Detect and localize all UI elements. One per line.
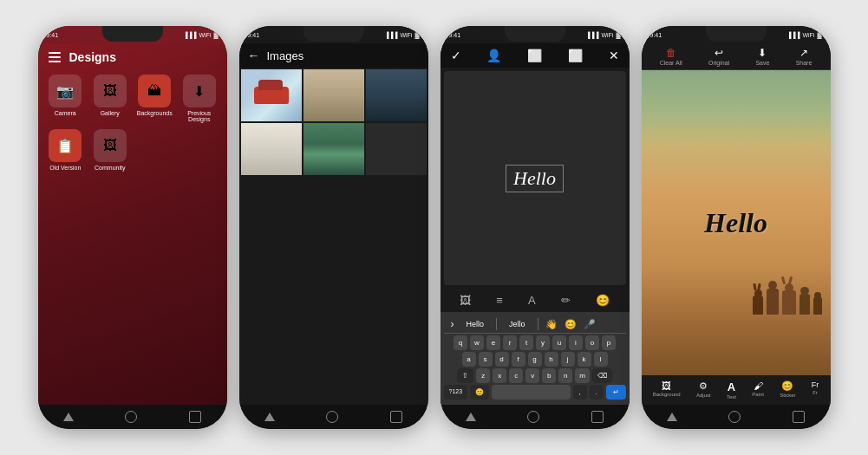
home-nav[interactable]	[125, 411, 137, 423]
key-y[interactable]: y	[536, 335, 550, 350]
recents-nav-3[interactable]	[591, 411, 604, 423]
key-e[interactable]: e	[486, 335, 500, 350]
image-boat[interactable]	[366, 69, 427, 121]
back-arrow-icon[interactable]: ←	[248, 49, 260, 62]
key-s[interactable]: s	[479, 352, 493, 367]
check-icon[interactable]: ✓	[451, 49, 461, 62]
fr-tool[interactable]: Fr Fr	[812, 380, 819, 400]
nav-bar-3	[441, 405, 630, 429]
paint-tool[interactable]: 🖌 Paint	[752, 380, 764, 400]
key-o[interactable]: o	[585, 335, 599, 350]
key-g[interactable]: g	[528, 352, 542, 367]
clear-all-item[interactable]: 🗑 Clear All	[660, 47, 682, 66]
suggestion-mic[interactable]: 🎤	[584, 319, 596, 330]
paint-tool-icon-4: 🖌	[754, 380, 763, 391]
key-space[interactable]	[492, 385, 570, 400]
key-comma[interactable]: ,	[573, 385, 587, 400]
image-chair[interactable]	[241, 123, 302, 175]
paint-tool-label: Paint	[752, 392, 764, 397]
image-forest[interactable]	[303, 69, 364, 121]
original-item[interactable]: ↩ Original	[708, 47, 729, 66]
wifi-icon-3: WiFi	[601, 32, 613, 38]
image-dark[interactable]	[366, 123, 427, 175]
key-p[interactable]: p	[602, 335, 616, 350]
key-i[interactable]: i	[569, 335, 583, 350]
recents-nav-4[interactable]	[793, 411, 805, 423]
nav-bar-4	[642, 405, 831, 429]
status-icons-1: ▐▐▐ WiFi ▓	[184, 32, 219, 38]
key-m[interactable]: m	[575, 368, 590, 383]
copy-icon[interactable]: ⬜	[527, 49, 542, 62]
key-h[interactable]: h	[545, 352, 558, 367]
suggestion-wave[interactable]: 👋	[545, 319, 558, 330]
person-icon[interactable]: 👤	[486, 49, 501, 62]
paste-icon[interactable]: ⬜	[568, 49, 583, 62]
share-item[interactable]: ↗ Share	[796, 47, 813, 66]
emoji-tool-icon[interactable]: 😊	[596, 294, 610, 307]
key-d[interactable]: d	[495, 352, 509, 367]
camera-icon-box: 📷	[49, 75, 82, 107]
key-n[interactable]: n	[558, 368, 572, 383]
image-car[interactable]	[241, 69, 302, 121]
key-x[interactable]: x	[493, 368, 506, 383]
trash-icon: 🗑	[666, 47, 676, 59]
key-enter[interactable]: ↵	[606, 385, 626, 400]
suggestion-jello[interactable]: Jello	[504, 320, 531, 328]
font-tool-icon[interactable]: A	[528, 294, 536, 307]
back-nav-2[interactable]	[264, 413, 275, 421]
key-u[interactable]: u	[552, 335, 566, 350]
menu-icon[interactable]	[49, 52, 61, 62]
previous-designs-item[interactable]: ⬇ Previous Designs	[179, 75, 220, 122]
key-f[interactable]: f	[512, 352, 525, 367]
key-c[interactable]: c	[509, 368, 523, 383]
suggestion-hello[interactable]: Hello	[461, 320, 490, 328]
key-z[interactable]: z	[476, 368, 490, 383]
back-nav-3[interactable]	[466, 413, 476, 421]
key-a[interactable]: a	[462, 352, 476, 367]
sticker-tool[interactable]: 😊 Sticker	[780, 380, 795, 400]
phone-3: 9:41 ▐▐▐ WiFi ▓ ✓ 👤 ⬜ ⬜ ✕ Hello 🖼 ≡	[441, 26, 630, 429]
image-tool-icon[interactable]: 🖼	[460, 294, 471, 307]
key-backspace[interactable]: ⌫	[592, 368, 612, 383]
back-nav[interactable]	[63, 413, 74, 421]
paint-tool-icon[interactable]: ✏	[561, 294, 571, 307]
home-nav-2[interactable]	[326, 411, 338, 423]
text-tool-icon[interactable]: ≡	[496, 294, 503, 307]
key-j[interactable]: j	[561, 352, 575, 367]
key-period[interactable]: .	[590, 385, 604, 400]
home-nav-4[interactable]	[728, 411, 741, 423]
background-tool[interactable]: 🖼 Background	[653, 380, 681, 400]
text-canvas[interactable]: Hello	[444, 71, 626, 285]
home-nav-3[interactable]	[527, 411, 539, 423]
camera-item[interactable]: 📷 Camera	[45, 75, 87, 122]
image-waterfall[interactable]	[303, 123, 364, 175]
recents-nav-2[interactable]	[390, 411, 402, 423]
community-item[interactable]: 🖼 Community	[89, 129, 131, 171]
key-t[interactable]: t	[519, 335, 533, 350]
back-nav-4[interactable]	[667, 413, 677, 421]
key-l[interactable]: l	[594, 352, 608, 367]
key-k[interactable]: k	[578, 352, 591, 367]
text-tool[interactable]: A Text	[727, 380, 736, 400]
suggestion-happy[interactable]: 😊	[565, 319, 577, 330]
key-shift[interactable]: ⇧	[457, 368, 473, 383]
previous-designs-label: Previous Designs	[179, 110, 220, 122]
key-b[interactable]: b	[542, 368, 556, 383]
key-numbers[interactable]: ?123	[444, 385, 468, 400]
key-q[interactable]: q	[454, 335, 467, 350]
old-version-item[interactable]: 📋 Old Version	[45, 129, 87, 171]
editor-header: ✓ 👤 ⬜ ⬜ ✕	[441, 43, 630, 68]
main-grid: 📷 Camera 🖼 Gallery 🏔 Backgrounds ⬇ Previ…	[38, 69, 227, 127]
recents-nav[interactable]	[189, 411, 201, 423]
key-emoji[interactable]: 😊	[470, 385, 489, 400]
save-item[interactable]: ⬇ Save	[755, 47, 769, 66]
key-w[interactable]: w	[470, 335, 484, 350]
suggestions-arrow[interactable]: ›	[451, 318, 454, 330]
adjust-tool[interactable]: ⚙ Adjust	[696, 380, 711, 400]
key-v[interactable]: v	[525, 368, 539, 383]
close-icon[interactable]: ✕	[609, 49, 619, 62]
gallery-item[interactable]: 🖼 Gallery	[89, 75, 131, 122]
adjust-tool-icon: ⚙	[699, 380, 708, 392]
key-r[interactable]: r	[503, 335, 517, 350]
backgrounds-item[interactable]: 🏔 Backgrounds	[134, 75, 176, 122]
